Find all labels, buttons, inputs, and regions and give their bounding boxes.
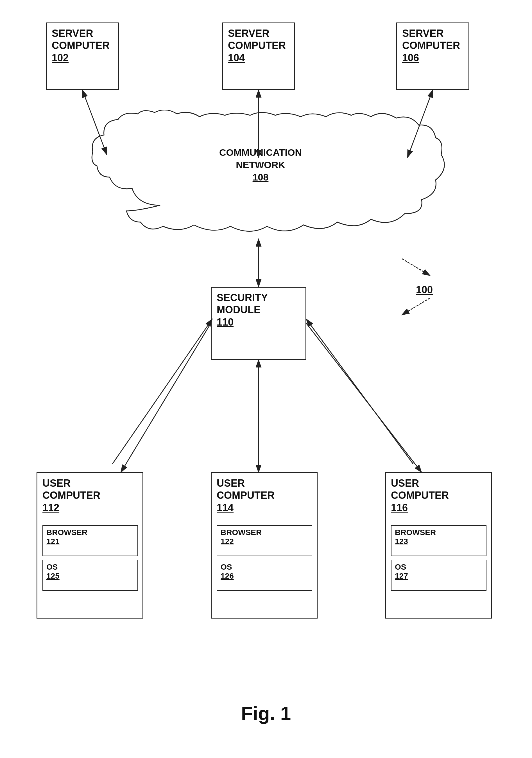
os-126-label: OS	[220, 563, 232, 571]
server-computer-102: SERVERCOMPUTER 102	[46, 22, 119, 90]
os-127-number: 127	[395, 571, 408, 581]
browser-122: BROWSER 122	[217, 525, 312, 556]
server-computer-106: SERVERCOMPUTER 106	[396, 22, 469, 90]
browser-121-label: BROWSER	[47, 528, 87, 537]
os-127: OS 127	[391, 560, 486, 591]
browser-123-number: 123	[395, 537, 408, 546]
server-104-title: SERVERCOMPUTER	[228, 27, 286, 52]
network-label: COMMUNICATION NETWORK 108	[219, 146, 302, 184]
arrow-user112-security	[113, 319, 212, 464]
arrow-security-user116	[306, 323, 421, 472]
os-125-number: 125	[47, 571, 60, 581]
user-116-number: 116	[391, 502, 408, 514]
ref-100: 100	[416, 284, 433, 296]
diagram: SERVERCOMPUTER 102 SERVERCOMPUTER 104 SE…	[0, 0, 532, 758]
os-127-label: OS	[395, 563, 406, 571]
server-102-title: SERVERCOMPUTER	[52, 27, 110, 52]
network-line1: COMMUNICATION	[219, 146, 302, 158]
browser-123: BROWSER 123	[391, 525, 486, 556]
os-126: OS 126	[217, 560, 312, 591]
browser-122-label: BROWSER	[220, 528, 262, 537]
user-112-title: USERCOMPUTER	[43, 477, 100, 501]
network-number: 108	[219, 171, 302, 183]
user-computer-114: USERCOMPUTER 114 BROWSER 122 OS 126	[211, 472, 317, 619]
browser-122-number: 122	[220, 537, 234, 546]
arrow-ref100-top	[402, 259, 430, 276]
network-line2: NETWORK	[219, 158, 302, 171]
browser-121: BROWSER 121	[43, 525, 138, 556]
user-114-title: USERCOMPUTER	[217, 477, 275, 501]
arrow-ref100-left	[402, 298, 430, 315]
browser-121-number: 121	[47, 537, 60, 546]
security-module-110: SECURITYMODULE 110	[211, 287, 306, 360]
os-125-label: OS	[47, 563, 58, 571]
security-title: SECURITYMODULE	[217, 292, 268, 316]
user-112-number: 112	[43, 502, 59, 514]
security-number: 110	[217, 316, 234, 328]
user-116-title: USERCOMPUTER	[391, 477, 449, 501]
user-computer-116: USERCOMPUTER 116 BROWSER 123 OS 127	[385, 472, 492, 619]
user-114-number: 114	[217, 502, 234, 514]
figure-label: Fig. 1	[241, 702, 291, 724]
arrow-user116-security	[306, 319, 413, 464]
server-106-title: SERVERCOMPUTER	[402, 27, 460, 52]
os-125: OS 125	[43, 560, 138, 591]
server-106-number: 106	[402, 52, 419, 64]
browser-123-label: BROWSER	[395, 528, 436, 537]
arrow-security-user112	[121, 323, 211, 472]
server-computer-104: SERVERCOMPUTER 104	[222, 22, 295, 90]
os-126-number: 126	[220, 571, 234, 581]
server-104-number: 104	[228, 52, 245, 64]
user-computer-112: USERCOMPUTER 112 BROWSER 121 OS 125	[37, 472, 143, 619]
server-102-number: 102	[52, 52, 69, 64]
